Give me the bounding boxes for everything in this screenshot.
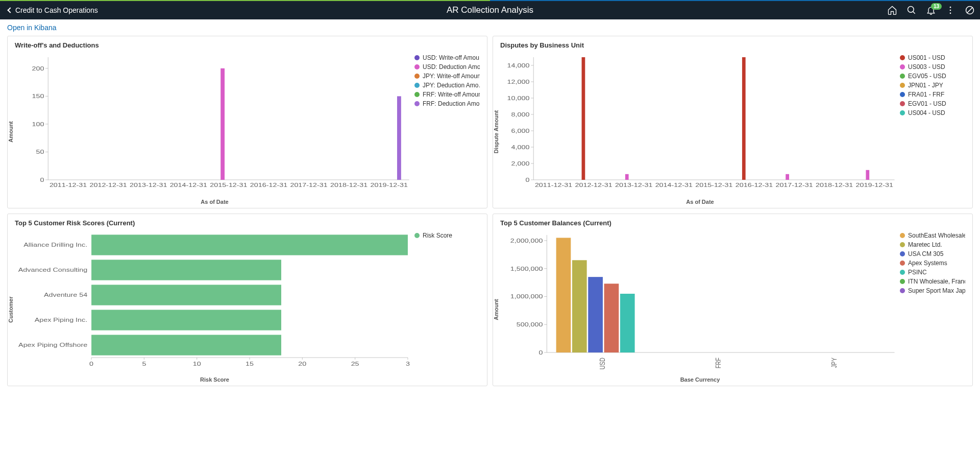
chart-writeoffs[interactable]: Amount 0501001502002011-12-312012-12-312… <box>15 52 414 205</box>
legend-label: EGV05 - USD <box>908 73 946 80</box>
svg-text:2015-12-31: 2015-12-31 <box>695 182 732 189</box>
panel-title: Top 5 Customer Balances (Current) <box>500 219 965 227</box>
svg-text:4,000: 4,000 <box>511 144 530 151</box>
legend-item[interactable]: EGV05 - USD <box>900 73 965 80</box>
svg-text:FRF: FRF <box>714 358 722 369</box>
legend-swatch <box>900 279 905 284</box>
svg-text:2017-12-31: 2017-12-31 <box>290 182 327 189</box>
legend-swatch <box>900 270 905 275</box>
svg-text:3: 3 <box>406 361 410 367</box>
y-axis-label: Amount <box>493 299 499 320</box>
legend-item[interactable]: USD: Deduction Amo… <box>414 63 480 70</box>
svg-text:8,000: 8,000 <box>511 111 530 118</box>
svg-text:15: 15 <box>246 361 254 367</box>
legend-label: FRF: Deduction Amo… <box>423 100 480 107</box>
legend-label: JPN01 - JPY <box>908 82 943 89</box>
legend-item[interactable]: JPN01 - JPY <box>900 82 965 89</box>
svg-text:2017-12-31: 2017-12-31 <box>775 182 813 189</box>
legend-item[interactable]: EGV01 - USD <box>900 100 965 107</box>
svg-text:Adventure 54: Adventure 54 <box>44 292 87 298</box>
chart-risk[interactable]: Customer Alliance Drilling Inc.Advanced … <box>15 230 414 383</box>
legend-item[interactable]: FRF: Write-off Amount <box>414 91 480 98</box>
chart-disputes[interactable]: Dispute Amount 02,0004,0006,0008,00010,0… <box>500 52 900 205</box>
notifications-icon[interactable]: 13 <box>926 5 936 15</box>
legend-item[interactable]: Super Sport Max Jap… <box>900 287 965 294</box>
x-axis-label: Risk Score <box>15 376 414 383</box>
svg-rect-106 <box>620 294 635 352</box>
search-icon[interactable] <box>906 5 917 15</box>
panel-writeoffs: Write-off's and Deductions Amount 050100… <box>7 36 487 208</box>
legend-swatch <box>414 83 420 88</box>
legend-item[interactable]: JPY: Write-off Amount <box>414 73 480 80</box>
top-bar: Credit to Cash Operations AR Collection … <box>0 1 980 19</box>
panel-risk: Top 5 Customer Risk Scores (Current) Cus… <box>7 214 487 386</box>
svg-text:0: 0 <box>40 177 44 183</box>
svg-rect-61 <box>866 170 869 180</box>
legend-item[interactable]: USD: Write-off Amou… <box>414 54 480 61</box>
svg-text:2019-12-31: 2019-12-31 <box>856 182 893 189</box>
legend-item[interactable]: JPY: Deduction Amo… <box>414 82 480 89</box>
chevron-left-icon <box>7 7 13 13</box>
home-icon[interactable] <box>887 5 897 15</box>
svg-text:Alliance Drilling Inc.: Alliance Drilling Inc. <box>23 242 87 248</box>
legend-item[interactable]: US003 - USD <box>900 63 965 70</box>
legend-item[interactable]: Apex Systems <box>900 260 965 267</box>
open-kibana-link[interactable]: Open in Kibana <box>0 19 980 36</box>
svg-rect-56 <box>742 57 746 180</box>
legend-label: Maretec Ltd. <box>908 241 942 248</box>
svg-line-6 <box>967 7 973 13</box>
svg-rect-64 <box>91 260 281 280</box>
legend-swatch <box>900 261 905 266</box>
legend-item[interactable]: PSINC <box>900 269 965 276</box>
legend-label: FRF: Write-off Amount <box>423 91 480 98</box>
legend-item[interactable]: US001 - USD <box>900 54 965 61</box>
kebab-menu-icon[interactable] <box>945 5 955 15</box>
svg-rect-62 <box>91 234 408 255</box>
svg-text:14,000: 14,000 <box>507 62 530 69</box>
block-icon[interactable] <box>965 5 975 15</box>
legend-swatch <box>900 101 905 106</box>
legend-swatch <box>414 64 420 69</box>
svg-text:2011-12-31: 2011-12-31 <box>535 182 572 189</box>
legend-item[interactable]: FRA01 - FRF <box>900 91 965 98</box>
svg-text:2014-12-31: 2014-12-31 <box>655 182 693 189</box>
back-button[interactable]: Credit to Cash Operations <box>5 5 101 15</box>
legend-swatch <box>414 233 420 238</box>
svg-text:2016-12-31: 2016-12-31 <box>736 182 773 189</box>
svg-text:2014-12-31: 2014-12-31 <box>170 182 207 189</box>
legend-swatch <box>414 55 420 60</box>
legend-item[interactable]: ITN Wholesale, France <box>900 278 965 285</box>
legend-item[interactable]: US004 - USD <box>900 109 965 116</box>
svg-rect-70 <box>91 335 281 355</box>
page-title: AR Collection Analysis <box>447 5 533 15</box>
legend-label: US001 - USD <box>908 54 945 61</box>
legend-swatch <box>900 233 905 238</box>
legend-label: PSINC <box>908 269 927 276</box>
svg-text:10: 10 <box>193 361 201 367</box>
svg-rect-50 <box>582 57 585 180</box>
svg-rect-104 <box>588 277 603 352</box>
svg-rect-66 <box>91 285 281 305</box>
legend-item[interactable]: USA CM 305 <box>900 250 965 257</box>
svg-text:2015-12-31: 2015-12-31 <box>210 182 247 189</box>
svg-rect-68 <box>91 310 281 330</box>
panel-title: Top 5 Customer Risk Scores (Current) <box>15 219 480 227</box>
legend-item[interactable]: Maretec Ltd. <box>900 241 965 248</box>
svg-text:12,000: 12,000 <box>507 79 530 85</box>
legend-item[interactable]: FRF: Deduction Amo… <box>414 100 480 107</box>
legend-item[interactable]: SouthEast Wholesaler <box>900 232 965 239</box>
legend-swatch <box>900 110 905 115</box>
svg-line-1 <box>913 12 915 14</box>
legend-item[interactable]: Risk Score <box>414 232 480 239</box>
svg-text:Apex Piping Inc.: Apex Piping Inc. <box>35 317 88 323</box>
svg-text:Apex Piping Offshore: Apex Piping Offshore <box>18 342 87 348</box>
svg-text:5: 5 <box>142 361 146 367</box>
legend-swatch <box>900 288 905 293</box>
legend-label: SouthEast Wholesaler <box>908 232 965 239</box>
svg-text:0: 0 <box>89 361 93 367</box>
legend-swatch <box>414 74 420 79</box>
legend-label: USD: Write-off Amou… <box>423 54 480 61</box>
svg-text:20: 20 <box>298 361 306 367</box>
chart-balances[interactable]: Amount 0500,0001,000,0001,500,0002,000,0… <box>500 230 900 383</box>
panel-disputes: Disputes by Business Unit Dispute Amount… <box>493 36 973 208</box>
